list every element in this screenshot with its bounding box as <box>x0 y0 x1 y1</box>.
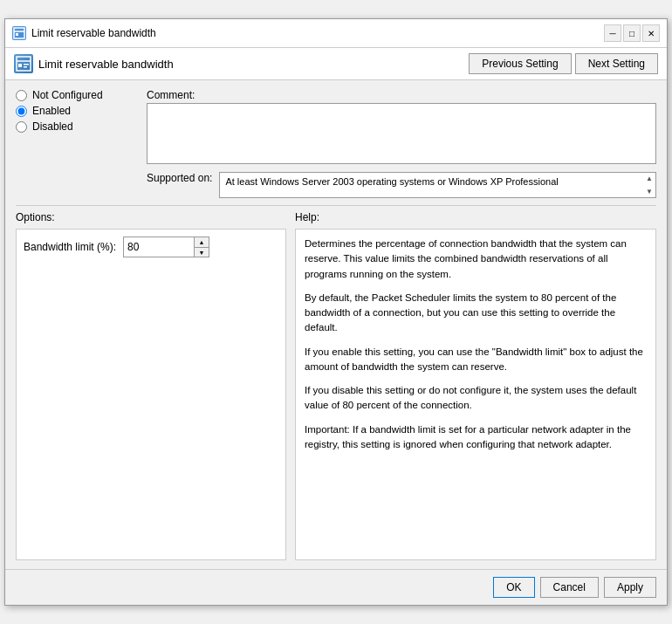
spinner-buttons: ▲ ▼ <box>194 237 209 257</box>
help-para-3: If you enable this setting, you can use … <box>305 345 647 375</box>
section-labels: Options: Help: <box>16 211 656 223</box>
bandwidth-limit-label: Bandwidth limit (%): <box>24 241 116 253</box>
comment-box-wrap <box>147 103 656 167</box>
bandwidth-row: Bandwidth limit (%): ▲ ▼ <box>24 237 278 257</box>
comment-label: Comment: <box>147 89 656 101</box>
not-configured-input[interactable] <box>16 90 27 101</box>
title-controls: ─ □ ✕ <box>604 24 660 42</box>
supported-box: At least Windows Server 2003 operating s… <box>219 172 656 198</box>
disabled-label: Disabled <box>32 120 73 133</box>
spinner-up-button[interactable]: ▲ <box>195 237 209 247</box>
close-button[interactable]: ✕ <box>642 24 660 42</box>
cancel-button[interactable]: Cancel <box>540 577 599 598</box>
svg-rect-2 <box>16 33 18 36</box>
divider <box>16 205 656 206</box>
scroll-down-icon: ▼ <box>646 188 653 195</box>
enabled-input[interactable] <box>16 106 27 117</box>
bandwidth-input-wrap: ▲ ▼ <box>123 237 209 257</box>
options-panel: Bandwidth limit (%): ▲ ▼ <box>16 229 286 560</box>
main-content: Not Configured Enabled Disabled Comment: <box>5 80 667 569</box>
header-left: Limit reservable bandwidth <box>14 54 174 73</box>
help-para-5: Important: If a bandwidth limit is set f… <box>305 422 647 453</box>
supported-label: Supported on: <box>147 172 212 184</box>
enabled-label: Enabled <box>32 105 71 117</box>
help-panel: Determines the percentage of connection … <box>295 229 656 560</box>
window-title: Limit reservable bandwidth <box>31 27 156 39</box>
svg-rect-5 <box>18 64 22 67</box>
help-section-label: Help: <box>295 211 319 223</box>
disabled-input[interactable] <box>16 121 27 133</box>
bandwidth-input[interactable] <box>124 239 194 255</box>
title-bar-left: Limit reservable bandwidth <box>12 26 156 40</box>
help-para-1: Determines the percentage of connection … <box>305 237 647 282</box>
maximize-button[interactable]: □ <box>623 24 641 42</box>
header-title: Limit reservable bandwidth <box>38 58 174 71</box>
header-icon <box>14 54 33 73</box>
header-buttons: Previous Setting Next Setting <box>469 53 658 74</box>
disabled-radio[interactable]: Disabled <box>16 120 138 133</box>
svg-rect-6 <box>24 64 29 65</box>
help-para-4: If you disable this setting or do not co… <box>305 383 647 414</box>
prev-setting-button[interactable]: Previous Setting <box>469 53 571 74</box>
right-top-section: Comment: Supported on: At least Windows … <box>147 89 656 198</box>
spinner-down-button[interactable]: ▼ <box>195 247 209 257</box>
supported-section: Supported on: At least Windows Server 20… <box>147 172 656 198</box>
ok-button[interactable]: OK <box>493 577 534 598</box>
supported-value: At least Windows Server 2003 operating s… <box>225 176 558 187</box>
comment-textarea[interactable] <box>147 103 656 164</box>
enabled-radio[interactable]: Enabled <box>16 105 138 117</box>
apply-button[interactable]: Apply <box>604 577 656 598</box>
not-configured-radio[interactable]: Not Configured <box>16 89 138 101</box>
help-para-2: By default, the Packet Scheduler limits … <box>305 291 647 336</box>
footer: OK Cancel Apply <box>5 569 667 605</box>
options-section-label: Options: <box>16 211 286 223</box>
bottom-section: Bandwidth limit (%): ▲ ▼ Determines the … <box>16 229 656 560</box>
window-icon <box>12 26 26 40</box>
not-configured-label: Not Configured <box>32 89 103 101</box>
header-row: Limit reservable bandwidth Previous Sett… <box>5 48 667 80</box>
radio-section: Not Configured Enabled Disabled <box>16 89 138 198</box>
svg-rect-0 <box>14 28 24 38</box>
title-bar: Limit reservable bandwidth ─ □ ✕ <box>5 19 667 48</box>
top-section: Not Configured Enabled Disabled Comment: <box>16 89 656 198</box>
svg-rect-7 <box>24 66 27 68</box>
next-setting-button[interactable]: Next Setting <box>575 53 658 74</box>
main-window: Limit reservable bandwidth ─ □ ✕ Limit r… <box>4 18 668 606</box>
comment-section: Comment: <box>147 89 656 167</box>
minimize-button[interactable]: ─ <box>604 24 621 42</box>
scroll-up-icon: ▲ <box>646 175 653 182</box>
